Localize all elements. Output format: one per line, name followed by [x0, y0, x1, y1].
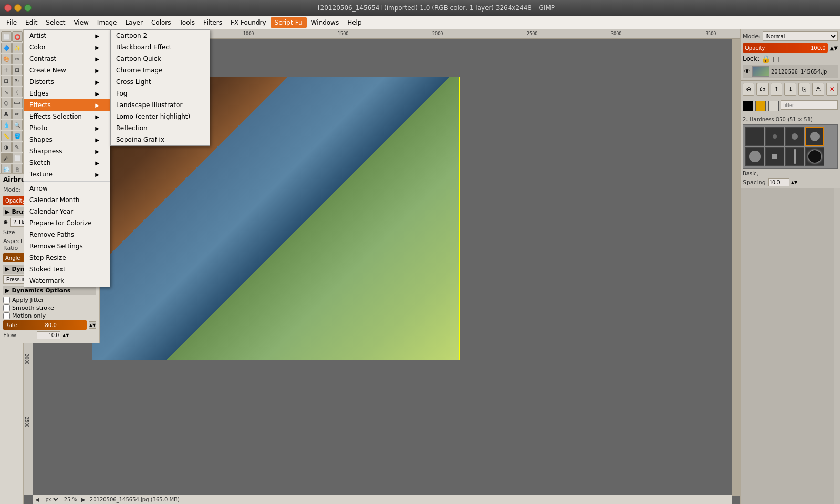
new-layer-from-visible-btn[interactable]: ⊕ — [743, 83, 754, 96]
menu-edit[interactable]: Edit — [21, 17, 42, 28]
tool-pencil[interactable]: ✎ — [12, 142, 23, 152]
menu-view[interactable]: View — [69, 17, 92, 28]
effect-reflection[interactable]: Reflection — [111, 122, 210, 134]
new-layer-group-btn[interactable]: 🗂 — [756, 83, 768, 96]
tool-scale[interactable]: ⤡ — [1, 87, 12, 97]
flow-spin[interactable]: ▲▼ — [63, 333, 69, 338]
effect-lomo[interactable]: Lomo (center highlight) — [111, 111, 210, 122]
tool-blend[interactable]: ◑ — [1, 142, 12, 152]
bg-swatch[interactable] — [768, 101, 779, 111]
menu-layer[interactable]: Layer — [121, 17, 147, 28]
opacity-bar[interactable]: Opacity 100.0 — [743, 43, 828, 52]
menu-remove-paths[interactable]: Remove Paths — [24, 229, 110, 240]
minimize-button[interactable] — [14, 4, 22, 12]
lock-pixels-icon[interactable]: 🔒 — [761, 55, 770, 63]
tool-color-select[interactable]: 🎨 — [1, 54, 12, 64]
menu-prepare-colorize[interactable]: Prepare for Colorize — [24, 217, 110, 229]
menu-remove-settings[interactable]: Remove Settings — [24, 240, 110, 252]
raise-layer-btn[interactable]: ↑ — [771, 83, 782, 96]
menu-colors[interactable]: Colors — [147, 17, 175, 28]
tool-eraser[interactable]: ⬜ — [12, 153, 23, 163]
menu-image[interactable]: Image — [93, 17, 121, 28]
menu-sharpness[interactable]: Sharpness ▶ — [24, 145, 110, 157]
menu-windows[interactable]: Windows — [307, 17, 344, 28]
tool-airbrush[interactable]: 💨 — [1, 164, 12, 174]
mode-select[interactable]: Normal — [763, 32, 838, 41]
layers-scrollbar[interactable] — [834, 188, 840, 504]
menu-shapes[interactable]: Shapes ▶ — [24, 134, 110, 145]
menu-effects-selection[interactable]: Effects Selection ▶ — [24, 111, 110, 122]
layers-scroll-area[interactable] — [741, 188, 840, 504]
brush-thumb-6[interactable] — [765, 147, 784, 166]
tool-color-picker[interactable]: 💧 — [1, 120, 12, 130]
smooth-stroke-checkbox[interactable] — [3, 304, 10, 311]
menu-help[interactable]: Help — [343, 17, 366, 28]
brush-thumb-1[interactable] — [745, 127, 764, 146]
menu-arrow[interactable]: Arrow — [24, 183, 110, 194]
close-button[interactable] — [4, 4, 12, 12]
tool-path[interactable]: ✏ — [12, 109, 23, 119]
tool-flip[interactable]: ⟺ — [12, 98, 23, 108]
menu-artist[interactable]: Artist ▶ — [24, 30, 110, 41]
tool-scissors[interactable]: ✂ — [12, 54, 23, 64]
menu-fxfoundry[interactable]: FX-Foundry — [226, 17, 271, 28]
mid-swatch[interactable] — [755, 101, 766, 111]
menu-calendar-month[interactable]: Calendar Month — [24, 194, 110, 206]
tool-ellipse-select[interactable]: ⭕ — [12, 32, 23, 42]
duplicate-layer-btn[interactable]: ⎘ — [798, 83, 810, 96]
effect-landscape[interactable]: Landscape Illustrator — [111, 99, 210, 111]
scrollbar-vertical[interactable] — [732, 39, 740, 496]
effect-cartoon2[interactable]: Cartoon 2 — [111, 30, 210, 41]
tool-measure[interactable]: 📏 — [1, 131, 12, 141]
effect-chrome-image[interactable]: Chrome Image — [111, 65, 210, 76]
apply-jitter-checkbox[interactable] — [3, 297, 10, 303]
tool-free-select[interactable]: 🔷 — [1, 43, 12, 53]
effect-sepoina[interactable]: Sepoina Graf-ix — [111, 134, 210, 145]
rate-spin[interactable]: ▲▼ — [89, 321, 96, 329]
opacity-stepper[interactable]: ▲▼ — [830, 45, 838, 51]
tool-perspective[interactable]: ⬡ — [1, 98, 12, 108]
menu-tools[interactable]: Tools — [175, 17, 200, 28]
menu-step-resize[interactable]: Step Resize — [24, 252, 110, 264]
rate-bar[interactable]: Rate 80.0 — [3, 320, 87, 330]
tool-rectangle-select[interactable]: ⬜ — [1, 32, 12, 42]
menu-create-new[interactable]: Create New ▶ — [24, 65, 110, 76]
fg-swatch[interactable] — [743, 101, 753, 111]
menu-photo[interactable]: Photo ▶ — [24, 122, 110, 134]
menu-contrast[interactable]: Contrast ▶ — [24, 53, 110, 65]
spacing-stepper[interactable]: ▲▼ — [791, 180, 797, 185]
menu-select[interactable]: Select — [42, 17, 69, 28]
tool-fuzzy-select[interactable]: ✨ — [12, 43, 23, 53]
delete-layer-btn[interactable]: ✕ — [826, 83, 838, 96]
effect-blackboard[interactable]: Blackboard Effect — [111, 41, 210, 53]
menu-calendar-year[interactable]: Calendar Year — [24, 206, 110, 217]
menu-scriptfu[interactable]: Script-Fu — [271, 17, 307, 28]
dynamics-options-header[interactable]: ▶ Dynamics Options — [3, 286, 96, 295]
brush-thumb-8[interactable] — [805, 147, 824, 166]
window-controls[interactable] — [4, 4, 32, 12]
flow-input[interactable] — [37, 331, 60, 339]
canvas-area[interactable]: -500 0 500 1000 1500 2000 2500 3000 3500… — [24, 29, 740, 504]
tool-crop[interactable]: ⊡ — [1, 76, 12, 86]
menu-stoked-text[interactable]: Stoked text — [24, 264, 110, 275]
layer-visibility-icon[interactable]: 👁 — [744, 68, 750, 75]
layer-row[interactable]: 👁 20120506_145654.jp — [743, 65, 838, 78]
effect-cartoon-quick[interactable]: Cartoon Quick — [111, 53, 210, 65]
menu-texture[interactable]: Texture ▶ — [24, 169, 110, 180]
brush-thumb-2[interactable] — [765, 127, 784, 146]
tool-fill[interactable]: 🪣 — [12, 131, 23, 141]
nav-left-icon[interactable]: ◀ — [35, 497, 39, 502]
tool-move[interactable]: ✛ — [1, 65, 12, 75]
menu-effects[interactable]: Effects ▶ — [24, 99, 110, 111]
tool-clone[interactable]: ⎘ — [12, 164, 23, 174]
brush-thumb-5[interactable] — [745, 147, 764, 166]
tool-align[interactable]: ⊞ — [12, 65, 23, 75]
menu-edges[interactable]: Edges ▶ — [24, 88, 110, 99]
tool-zoom[interactable]: 🔍 — [12, 120, 23, 130]
maximize-button[interactable] — [24, 4, 32, 12]
menu-file[interactable]: File — [2, 17, 21, 28]
menu-sketch[interactable]: Sketch ▶ — [24, 157, 110, 169]
tool-shear[interactable]: ⟨ — [12, 87, 23, 97]
effect-fog[interactable]: Fog — [111, 88, 210, 99]
unit-select[interactable]: px — [44, 496, 60, 503]
